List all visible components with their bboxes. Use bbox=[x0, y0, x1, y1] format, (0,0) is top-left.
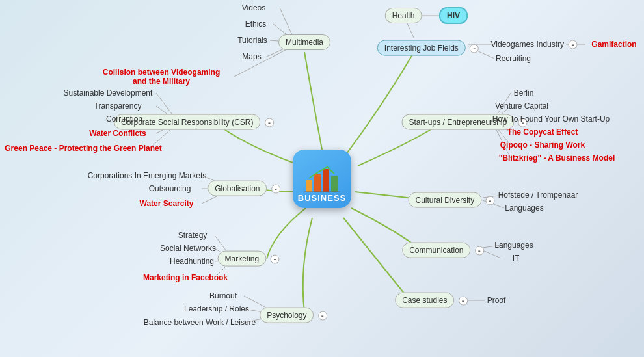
comm-it-node: IT bbox=[513, 254, 520, 263]
svg-rect-36 bbox=[306, 180, 312, 192]
marketing-headhunting-node: Headhunting bbox=[170, 257, 214, 266]
center-node: BUSINESS bbox=[293, 150, 351, 208]
csr-sustainable-node: Sustainable Development bbox=[64, 88, 153, 98]
marketing-social-node: Social Networks bbox=[160, 244, 216, 253]
center-label: BUSINESS bbox=[298, 193, 346, 203]
marketing-node: Marketing - bbox=[217, 254, 279, 264]
csr-greenpeace-node: Green Peace - Protecting the Green Plane… bbox=[5, 144, 161, 153]
csr-minus[interactable]: - bbox=[265, 118, 274, 127]
marketing-minus[interactable]: - bbox=[271, 254, 280, 263]
interesting-minus[interactable]: - bbox=[470, 44, 479, 53]
communication-node: Communication - bbox=[402, 246, 484, 256]
cultural-node: Cultural Diversity - bbox=[408, 196, 494, 205]
global-corporations-node: Corporations In Emerging Markets bbox=[88, 171, 207, 180]
psychology-node: Psychology - bbox=[260, 311, 327, 321]
startup-found-node: How To Found Your Own Start-Up bbox=[492, 114, 610, 124]
hiv-node: HIV bbox=[439, 11, 468, 20]
svg-line-31 bbox=[483, 250, 501, 258]
case-proof-node: Proof bbox=[487, 296, 506, 305]
csr-corruption-node: Corruption bbox=[106, 114, 142, 124]
videogames-node: Videogames Industry - bbox=[491, 40, 578, 49]
csr-water-node: Water Conflicts bbox=[89, 129, 146, 138]
gamification-node: Gamifaction bbox=[591, 40, 636, 49]
tutorials-node: Tutorials bbox=[237, 36, 267, 45]
startup-berlin-node: Berlin bbox=[514, 88, 534, 98]
startup-qipoqo-node: Qipoqo - Sharing Work bbox=[500, 140, 585, 150]
globalisation-minus[interactable]: - bbox=[271, 184, 280, 193]
globalisation-node: Globalisation - bbox=[208, 184, 280, 194]
communication-minus[interactable]: - bbox=[475, 246, 484, 255]
recruiting-node: Recruiting bbox=[496, 54, 531, 63]
health-node: Health bbox=[385, 11, 422, 20]
marketing-facebook-node: Marketing in Facebook bbox=[143, 273, 228, 282]
cultural-minus[interactable]: - bbox=[486, 196, 495, 205]
marketing-strategy-node: Strategy bbox=[178, 231, 208, 240]
startup-copycat-node: The Copycat Effect bbox=[507, 127, 578, 137]
multimedia-bubble[interactable]: Multimedia bbox=[278, 34, 330, 50]
startup-venture-node: Venture Capital bbox=[495, 101, 548, 111]
videos-node: Videos bbox=[242, 3, 265, 12]
svg-rect-37 bbox=[314, 174, 321, 192]
psych-burnout-node: Burnout bbox=[209, 291, 237, 300]
svg-rect-38 bbox=[323, 169, 329, 192]
psych-balance-node: Balance between Work / Leisure bbox=[144, 318, 256, 327]
cultural-languages-node: Languages bbox=[505, 204, 543, 213]
interesting-node: Interesting Job Fields - bbox=[377, 44, 479, 53]
casestudies-node: Case studies - bbox=[395, 296, 468, 306]
comm-languages-node: Languages bbox=[494, 241, 533, 250]
svg-line-9 bbox=[407, 22, 414, 38]
psychology-minus[interactable]: - bbox=[318, 311, 327, 320]
svg-line-4 bbox=[234, 46, 294, 77]
casestudies-minus[interactable]: - bbox=[459, 296, 468, 305]
psych-leadership-node: Leadership / Roles bbox=[184, 304, 249, 313]
csr-transparency-node: Transparency bbox=[94, 101, 142, 111]
svg-rect-39 bbox=[331, 176, 338, 192]
cultural-hofstede-node: Hofstede / Trompenaar bbox=[498, 191, 578, 200]
collision-node: Collision between Videogaming and the Mi… bbox=[103, 68, 220, 86]
ethics-node: Ethics bbox=[245, 20, 267, 29]
startup-blitzkrieg-node: "Blitzkrieg" - A Business Model bbox=[499, 153, 615, 163]
videogames-minus[interactable]: - bbox=[568, 40, 577, 49]
multimedia-node: Multimedia bbox=[278, 38, 330, 47]
maps-node: Maps bbox=[242, 52, 261, 61]
global-outsourcing-node: Outsourcing bbox=[149, 184, 191, 193]
global-water-node: Water Scarcity bbox=[140, 199, 194, 208]
